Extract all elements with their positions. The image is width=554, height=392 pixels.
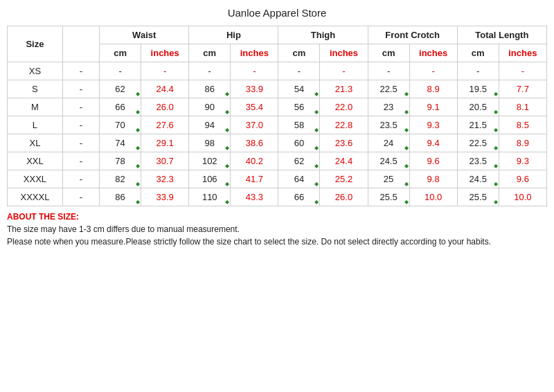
fc-inches-header: inches: [409, 44, 457, 62]
tl-inches-header: inches: [499, 44, 546, 62]
note-section: ABOUT THE SIZE: The size may have 1-3 cm…: [7, 211, 547, 248]
waist-cm-header: cm: [100, 44, 141, 62]
hip-header: Hip: [189, 26, 278, 44]
waist-inches-header: inches: [141, 44, 189, 62]
note-title: ABOUT THE SIZE:: [7, 212, 79, 222]
table-row: XL-7429.19838.66023.6249.422.58.9: [8, 134, 547, 152]
table-row: M-6626.09035.45622.0239.120.58.1: [8, 98, 547, 116]
fc-cm-header: cm: [368, 44, 409, 62]
size-header: Size: [8, 26, 63, 62]
note-line-2: Please note when you measure.Please stri…: [7, 235, 547, 248]
front-crotch-header: Front Crotch: [368, 26, 457, 44]
total-length-header: Total Length: [457, 26, 546, 44]
store-title: Uanloe Apparel Store: [7, 7, 547, 19]
waist-header: Waist: [100, 26, 189, 44]
hip-inches-header: inches: [231, 44, 278, 62]
thigh-inches-header: inches: [320, 44, 368, 62]
tl-cm-header: cm: [457, 44, 499, 62]
table-row: XXL-7830.710240.26224.424.59.623.59.3: [8, 152, 547, 170]
table-row: S-6224.48633.95421.322.58.919.57.7: [8, 80, 547, 98]
table-row: XXXXL-8633.911043.36626.025.510.025.510.…: [8, 188, 547, 206]
thigh-cm-header: cm: [278, 44, 320, 62]
size-chart-table: Size Waist Hip Thigh Front Crotch Total …: [7, 26, 547, 206]
table-row: XXXL-8232.310641.76425.2259.824.59.6: [8, 170, 547, 188]
thigh-header: Thigh: [278, 26, 368, 44]
table-row: XS-----------: [8, 62, 547, 80]
note-line-1: The size may have 1-3 cm differs due to …: [7, 223, 547, 235]
table-row: L-7027.69437.05822.823.59.321.58.5: [8, 116, 547, 134]
dash-header: [62, 26, 99, 62]
hip-cm-header: cm: [189, 44, 231, 62]
header-row-1: Size Waist Hip Thigh Front Crotch Total …: [8, 26, 547, 44]
